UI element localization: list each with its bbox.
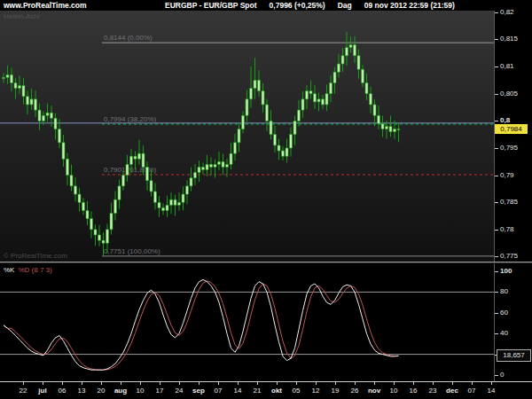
candle-body	[330, 82, 332, 93]
candle-body	[378, 115, 380, 123]
candle-body	[102, 240, 105, 243]
date-axis-label[interactable]: 10	[137, 387, 145, 395]
candle-body	[82, 202, 85, 210]
candle-body	[306, 91, 309, 99]
candle-body	[230, 153, 232, 164]
candle-body	[317, 99, 320, 102]
candle-body	[290, 135, 293, 148]
date-axis-label[interactable]: 22	[20, 387, 27, 395]
date-axis-label[interactable]: 12	[312, 387, 320, 395]
price-axis-label: 0,805	[500, 90, 518, 98]
date-axis-label[interactable]: 06	[59, 387, 66, 395]
date-axis-label[interactable]: 26	[351, 387, 359, 395]
candle-body	[397, 129, 400, 130]
stochastic-panel[interactable]: %K%D (8 7 3)	[0, 263, 494, 381]
date-axis-label[interactable]: 07	[215, 387, 223, 395]
date-axis-tick	[491, 382, 492, 385]
date-axis-label[interactable]: 05	[293, 387, 301, 395]
candle-body	[106, 230, 109, 243]
date-axis-label[interactable]: 14	[488, 387, 496, 395]
candle-body	[314, 94, 317, 102]
date-axis-label[interactable]: jul	[38, 387, 46, 395]
date-axis-label[interactable]: 14	[234, 387, 242, 395]
date-axis-label[interactable]: 24	[176, 387, 184, 395]
date-axis-tick	[413, 382, 414, 385]
candle-body	[186, 186, 189, 194]
candle-body	[254, 80, 256, 88]
date-axis-tick	[121, 382, 121, 385]
date-axis-tick	[218, 382, 219, 385]
date-axis-tick	[43, 382, 43, 385]
site-link[interactable]: www.ProRealTime.com	[4, 0, 87, 11]
price-axis-tick	[495, 121, 498, 121]
candle-body	[182, 194, 184, 202]
date-axis-tick	[277, 382, 278, 385]
price-chart-panel[interactable]: Heikin-Ashi 0,8144 (0,00%)0,7994 (38,20%…	[0, 11, 494, 262]
candle-body	[118, 186, 121, 200]
date-axis-tick	[101, 382, 102, 385]
date-axis-tick	[433, 382, 434, 385]
price-axis-label: 0,78	[500, 225, 514, 234]
stoch-axis-label: 0	[500, 371, 504, 379]
price-axis-tick	[495, 66, 498, 67]
date-axis-label[interactable]: 23	[429, 387, 437, 395]
date-axis-label[interactable]: sep	[192, 387, 205, 395]
stochastic-axis[interactable]: 100806040200	[494, 263, 532, 381]
candle-body	[389, 126, 392, 131]
candle-body	[74, 186, 77, 194]
candle-body	[110, 213, 113, 229]
date-axis-label[interactable]: 16	[410, 387, 418, 395]
timeframe-label[interactable]: Dag	[338, 1, 352, 10]
candle-body	[174, 200, 176, 205]
date-axis-label[interactable]: dec	[446, 387, 458, 395]
candle-body	[122, 176, 125, 186]
stoch-axis-tick	[495, 271, 498, 272]
stoch-axis-label: 40	[500, 329, 508, 338]
candle-body	[6, 74, 9, 77]
date-axis-label[interactable]: 10	[390, 387, 398, 395]
date-axis[interactable]: 22jul061320aug101724sep071421okt05121926…	[0, 381, 532, 399]
date-axis-label[interactable]: 07	[468, 387, 476, 395]
candle-body	[38, 110, 41, 121]
stochastic-chart[interactable]	[0, 263, 494, 381]
candle-body	[362, 69, 364, 82]
date-axis-label[interactable]: 17	[156, 387, 164, 395]
candle-body	[226, 164, 229, 167]
candle-body	[27, 97, 29, 105]
date-axis-label[interactable]: okt	[271, 387, 282, 395]
date-axis-label[interactable]: 19	[332, 387, 340, 395]
date-axis-label[interactable]: 21	[254, 387, 262, 395]
candle-body	[214, 164, 216, 167]
candle-body	[354, 45, 356, 56]
candle-body	[309, 91, 312, 94]
date-axis-label[interactable]: nov	[368, 387, 380, 395]
candle-body	[238, 129, 240, 143]
candle-body	[202, 167, 205, 169]
date-axis-tick	[355, 382, 356, 385]
candle-body	[142, 153, 145, 167]
date-axis-tick	[238, 382, 239, 385]
candle-body	[146, 167, 149, 180]
chart-title: EURGBP - EUR/GBP Spot0,7996 (+0,25%)Dag0…	[165, 0, 467, 11]
datetime-label: 09 nov 2012 22:59 (21:59)	[364, 1, 455, 10]
stoch-k-line	[4, 279, 399, 370]
stoch-axis-label: 100	[500, 267, 512, 276]
fib-level-label: 0,7994 (38,20%)	[104, 115, 156, 123]
stoch-axis-tick	[495, 292, 498, 293]
date-axis-label[interactable]: 20	[98, 387, 106, 395]
candle-body	[134, 156, 137, 159]
price-axis[interactable]: 0,820,8150,810,8050,80,7950,790,7850,780…	[494, 11, 532, 262]
symbol-title: EURGBP - EUR/GBP Spot	[165, 1, 257, 10]
date-axis-label[interactable]: 13	[78, 387, 86, 395]
candle-body	[11, 74, 13, 82]
candle-body	[78, 194, 81, 202]
fib-level-label: 0,8144 (0,00%)	[104, 34, 153, 42]
price-axis-tick	[495, 12, 498, 13]
candle-body	[90, 219, 93, 230]
candle-body	[365, 82, 368, 93]
stoch-value-badge: 18,657	[497, 349, 531, 362]
candlestick-chart[interactable]: 0,8144 (0,00%)0,7994 (38,20%)0,7901 (61,…	[0, 11, 494, 262]
fib-level-label: 0,7751 (100,00%)	[104, 247, 160, 255]
candle-body	[266, 105, 269, 121]
date-axis-label[interactable]: aug	[114, 387, 127, 395]
